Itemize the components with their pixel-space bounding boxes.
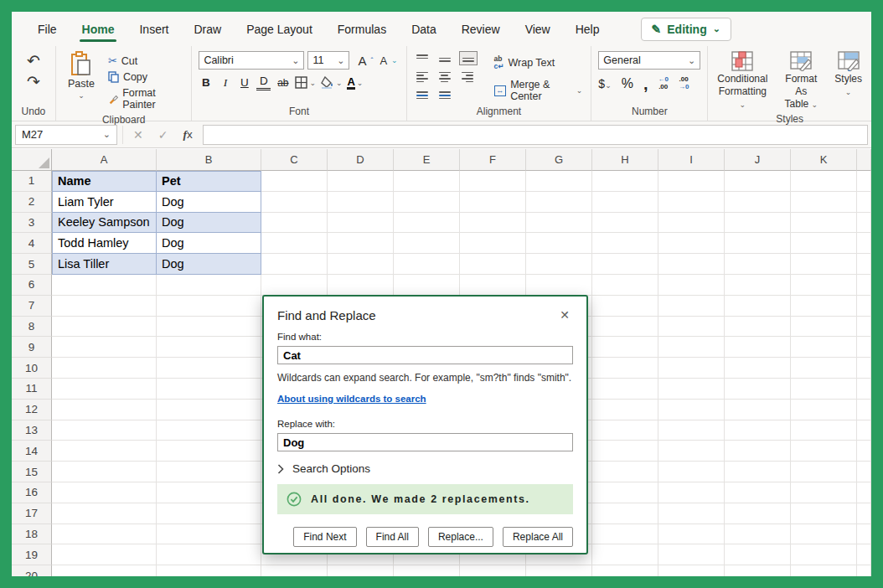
cell-C6[interactable] [261, 275, 328, 296]
increase-indent-button[interactable] [436, 89, 453, 101]
name-box[interactable]: M27 ⌄ [15, 125, 117, 145]
cell-filler[interactable] [857, 441, 871, 462]
cell-D4[interactable] [328, 233, 394, 254]
cell-I5[interactable] [658, 254, 725, 275]
row-header[interactable]: 16 [12, 482, 52, 503]
cell-H6[interactable] [592, 275, 658, 296]
column-header[interactable]: F [460, 149, 526, 171]
cell-B6[interactable] [157, 275, 261, 296]
row-header[interactable]: 9 [12, 337, 52, 358]
cell-I12[interactable] [658, 400, 725, 420]
cell-J13[interactable] [725, 420, 791, 441]
cell-K19[interactable] [791, 544, 857, 565]
strikethrough-button[interactable]: ab [276, 77, 290, 89]
column-header[interactable]: G [526, 149, 592, 171]
cell-J17[interactable] [725, 503, 791, 524]
cell-A5[interactable]: Lisa Tiller [52, 254, 157, 275]
tab-home[interactable]: Home [70, 12, 127, 46]
decrease-decimal-button[interactable]: .00→0 [679, 76, 689, 91]
cell-G3[interactable] [526, 213, 592, 234]
cell-K3[interactable] [791, 213, 857, 234]
cell-styles-button[interactable]: Styles⌄ [832, 51, 865, 98]
cell-G1[interactable] [526, 171, 592, 192]
cell-I19[interactable] [658, 544, 725, 565]
merge-center-button[interactable]: ↔ Merge & Center ⌄ [493, 78, 585, 103]
column-header[interactable]: E [394, 149, 460, 171]
cell-I15[interactable] [658, 462, 725, 482]
font-color-button[interactable]: A ⌄ [347, 76, 363, 90]
row-header[interactable]: 2 [12, 192, 52, 213]
cell-A7[interactable] [52, 296, 157, 317]
cell-A18[interactable] [52, 524, 157, 545]
cell-F5[interactable] [460, 254, 526, 275]
increase-decimal-button[interactable]: ←0.00 [658, 76, 668, 91]
row-header[interactable]: 10 [12, 358, 52, 379]
cell-H7[interactable] [592, 296, 658, 317]
cell-C5[interactable] [261, 254, 328, 275]
italic-button[interactable]: I [218, 76, 232, 90]
cell-E1[interactable] [394, 171, 460, 192]
cell-B12[interactable] [157, 400, 261, 420]
cell-H18[interactable] [592, 524, 658, 545]
cell-A15[interactable] [52, 462, 157, 482]
cell-J7[interactable] [725, 296, 791, 317]
cell-G20[interactable] [526, 565, 592, 576]
cell-B15[interactable] [157, 462, 261, 482]
cell-filler[interactable] [857, 296, 871, 317]
cell-J14[interactable] [725, 441, 791, 462]
cell-C1[interactable] [261, 171, 328, 192]
cell-B4[interactable]: Dog [157, 233, 261, 254]
cell-A8[interactable] [52, 317, 157, 338]
column-header[interactable] [857, 149, 871, 171]
undo-button[interactable]: ↶ [27, 53, 40, 69]
cell-H19[interactable] [592, 544, 658, 565]
cell-E3[interactable] [394, 213, 460, 234]
cell-B10[interactable] [157, 358, 261, 379]
cell-C2[interactable] [261, 192, 328, 213]
cell-filler[interactable] [857, 400, 871, 420]
grow-font-button[interactable]: Aˆ [353, 53, 374, 69]
cell-A11[interactable] [52, 379, 157, 400]
close-icon[interactable]: ✕ [556, 307, 573, 323]
cell-D5[interactable] [328, 254, 394, 275]
cell-filler[interactable] [857, 420, 871, 441]
row-header[interactable]: 11 [12, 379, 52, 400]
column-header[interactable]: B [157, 149, 261, 171]
cell-B20[interactable] [157, 565, 261, 576]
cell-K9[interactable] [791, 337, 857, 358]
tab-review[interactable]: Review [449, 12, 513, 46]
row-header[interactable]: 17 [12, 503, 52, 524]
cell-filler[interactable] [857, 524, 871, 545]
cell-J3[interactable] [725, 213, 791, 234]
align-right-button[interactable] [459, 70, 476, 85]
cell-B11[interactable] [157, 379, 261, 400]
cell-I1[interactable] [658, 171, 725, 192]
row-header[interactable]: 7 [12, 296, 52, 317]
formula-input[interactable] [203, 125, 868, 145]
cell-A13[interactable] [52, 420, 157, 441]
row-header[interactable]: 3 [12, 213, 52, 234]
cell-I11[interactable] [658, 379, 725, 400]
select-all-corner[interactable] [12, 149, 52, 171]
row-header[interactable]: 12 [12, 400, 52, 420]
tab-formulas[interactable]: Formulas [325, 12, 399, 46]
cell-K10[interactable] [791, 358, 857, 379]
font-size-select[interactable]: 11 ⌄ [307, 51, 349, 70]
cell-J20[interactable] [725, 565, 791, 576]
cell-K13[interactable] [791, 420, 857, 441]
cell-J9[interactable] [725, 337, 791, 358]
cell-filler[interactable] [857, 358, 871, 379]
cell-filler[interactable] [857, 233, 871, 254]
cell-A14[interactable] [52, 441, 157, 462]
find-what-input[interactable]: Cat [277, 346, 573, 364]
editing-mode-button[interactable]: ✎ Editing ⌄ [641, 18, 731, 41]
cell-J2[interactable] [725, 192, 791, 213]
cell-H15[interactable] [592, 462, 658, 482]
replace-all-button[interactable]: Replace All [503, 527, 573, 547]
cell-E20[interactable] [394, 565, 460, 576]
cell-J18[interactable] [725, 524, 791, 545]
cell-D20[interactable] [328, 565, 394, 576]
cell-H12[interactable] [592, 400, 658, 420]
cell-E6[interactable] [394, 275, 460, 296]
cell-C4[interactable] [261, 233, 328, 254]
